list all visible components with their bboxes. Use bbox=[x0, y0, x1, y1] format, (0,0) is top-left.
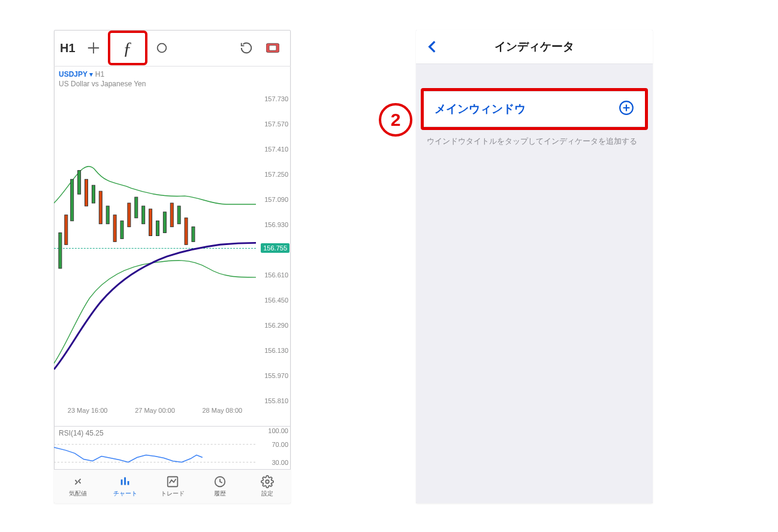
nav-header: インディケータ bbox=[416, 30, 653, 64]
add-indicator-icon[interactable] bbox=[619, 100, 634, 119]
stage: 1 H1 ƒ bbox=[0, 0, 778, 532]
main-window-highlight: メインウィンドウ bbox=[421, 88, 648, 130]
x-axis: 23 May 16:00 27 May 00:00 28 May 08:00 bbox=[54, 405, 256, 416]
nav-trade[interactable]: トレード bbox=[149, 470, 196, 503]
main-window-label: メインウィンドウ bbox=[435, 101, 526, 117]
svg-rect-18 bbox=[149, 209, 152, 236]
svg-rect-23 bbox=[185, 218, 188, 245]
chart-topbar: H1 ƒ bbox=[54, 30, 291, 66]
svg-rect-15 bbox=[128, 203, 131, 227]
crosshair-icon[interactable] bbox=[82, 36, 105, 60]
svg-rect-24 bbox=[192, 227, 195, 242]
svg-rect-28 bbox=[124, 477, 126, 485]
indicator-body: メインウィンドウ ウインドウタイトルをタップしてインディケータを追加する bbox=[416, 64, 653, 503]
svg-rect-11 bbox=[99, 191, 102, 224]
nav-quotes[interactable]: 気配値 bbox=[54, 470, 101, 503]
svg-rect-6 bbox=[65, 215, 68, 245]
price-chart[interactable]: USDJPY ▾ H1 US Dollar vs Japanese Yen 15… bbox=[54, 66, 291, 426]
timeframe-label[interactable]: H1 bbox=[60, 41, 76, 55]
svg-rect-17 bbox=[142, 206, 145, 224]
svg-point-32 bbox=[266, 480, 269, 483]
svg-rect-10 bbox=[92, 185, 95, 203]
svg-rect-19 bbox=[156, 221, 159, 236]
new-order-icon[interactable] bbox=[261, 36, 285, 60]
nav-history[interactable]: 履歴 bbox=[196, 470, 243, 503]
current-price-tag: 156.755 bbox=[261, 243, 290, 253]
svg-rect-8 bbox=[78, 170, 81, 194]
page-title: インディケータ bbox=[494, 39, 574, 55]
main-window-row[interactable]: メインウィンドウ bbox=[424, 91, 645, 127]
svg-rect-7 bbox=[71, 179, 74, 220]
svg-point-2 bbox=[157, 44, 166, 53]
bottom-nav: 気配値 チャート トレード 履歴 bbox=[54, 469, 291, 503]
svg-rect-13 bbox=[113, 215, 116, 242]
back-button[interactable] bbox=[420, 30, 446, 64]
svg-rect-20 bbox=[163, 212, 166, 233]
nav-settings[interactable]: 設定 bbox=[243, 470, 291, 503]
chart-plot bbox=[54, 66, 256, 399]
phone-indicator-screen: インディケータ メインウィンドウ ウインドウタイトルをタップしてインディケータを… bbox=[416, 30, 653, 503]
svg-rect-16 bbox=[135, 197, 138, 218]
svg-rect-27 bbox=[120, 479, 122, 485]
step-badge-2: 2 bbox=[379, 103, 412, 137]
svg-rect-9 bbox=[85, 179, 88, 206]
svg-rect-12 bbox=[106, 206, 109, 224]
svg-rect-22 bbox=[177, 206, 180, 224]
svg-rect-4 bbox=[269, 46, 276, 50]
svg-rect-29 bbox=[127, 481, 129, 485]
svg-rect-5 bbox=[59, 233, 62, 268]
objects-icon[interactable] bbox=[150, 36, 174, 60]
indicators-button[interactable]: ƒ bbox=[108, 31, 147, 65]
svg-rect-14 bbox=[120, 221, 123, 239]
phone-chart-screen: H1 ƒ bbox=[54, 30, 291, 503]
refresh-icon[interactable] bbox=[234, 36, 258, 60]
nav-chart[interactable]: チャート bbox=[101, 470, 149, 503]
svg-rect-21 bbox=[170, 203, 173, 227]
hint-text: ウインドウタイトルをタップしてインディケータを追加する bbox=[416, 130, 653, 147]
